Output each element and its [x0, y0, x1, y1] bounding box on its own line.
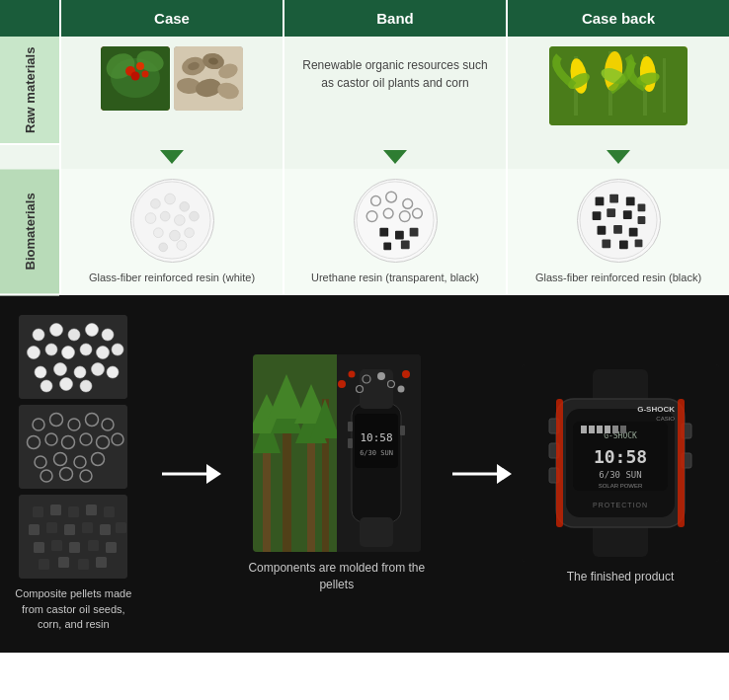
- svg-text:6/30 SUN: 6/30 SUN: [360, 449, 393, 457]
- arrow-separator-row: [0, 145, 729, 169]
- arrow-down-case: [160, 150, 184, 164]
- biomaterials-row: Biomaterials: [0, 169, 729, 295]
- svg-point-87: [60, 378, 73, 391]
- svg-point-70: [33, 329, 44, 341]
- svg-rect-173: [597, 426, 603, 433]
- svg-rect-128: [96, 557, 107, 568]
- svg-text:10:58: 10:58: [594, 446, 647, 467]
- svg-rect-111: [68, 506, 79, 517]
- svg-rect-67: [618, 241, 627, 250]
- svg-rect-50: [395, 231, 404, 240]
- svg-rect-153: [400, 426, 405, 435]
- bottom-section: Composite pellets made from castor oil s…: [0, 295, 729, 652]
- svg-point-32: [145, 213, 156, 224]
- svg-rect-64: [613, 225, 622, 234]
- biomaterials-label: Biomaterials: [0, 169, 59, 295]
- svg-point-33: [160, 211, 170, 221]
- svg-point-36: [153, 228, 163, 238]
- urethane-resin-circle: [354, 179, 438, 263]
- svg-rect-110: [50, 505, 61, 515]
- svg-rect-185: [556, 399, 563, 527]
- svg-rect-65: [628, 228, 637, 237]
- raw-case-cell: [59, 37, 283, 145]
- svg-point-76: [45, 344, 57, 355]
- svg-point-7: [142, 71, 149, 78]
- raw-band-cell: Renewable organic resources such as cast…: [283, 37, 506, 145]
- arrow-right-2: [452, 459, 512, 489]
- black-resin-circle: [577, 179, 661, 263]
- svg-rect-186: [678, 399, 685, 527]
- svg-point-35: [189, 211, 199, 221]
- raw-case-images: [101, 46, 243, 111]
- svg-rect-124: [106, 542, 117, 553]
- arrow-spacer: [0, 145, 59, 169]
- svg-point-71: [50, 324, 63, 337]
- svg-point-158: [377, 372, 385, 380]
- pellet-box-white: [19, 315, 127, 399]
- header-spacer: [0, 0, 59, 37]
- svg-point-85: [107, 366, 119, 378]
- svg-rect-175: [612, 426, 618, 433]
- bio-case-cell: Glass-fiber reinforced resin (white): [59, 169, 283, 295]
- svg-text:CASIO: CASIO: [656, 416, 675, 422]
- svg-rect-59: [592, 211, 601, 220]
- arrow-down-band: [383, 150, 407, 164]
- arrow-case: [59, 145, 283, 169]
- svg-rect-60: [607, 208, 615, 217]
- svg-rect-118: [100, 524, 111, 535]
- svg-point-38: [184, 228, 194, 238]
- svg-rect-122: [69, 542, 80, 553]
- svg-text:PROTECTION: PROTECTION: [593, 502, 648, 508]
- svg-rect-115: [46, 522, 57, 533]
- svg-rect-66: [602, 240, 610, 249]
- svg-point-75: [28, 347, 40, 359]
- middle-caption: Components are molded from the pellets: [231, 560, 443, 593]
- header-case: Case: [59, 0, 283, 37]
- svg-point-34: [174, 215, 185, 226]
- svg-text:G-SHOCK: G-SHOCK: [637, 405, 675, 414]
- svg-point-160: [402, 370, 410, 378]
- svg-point-6: [131, 72, 140, 81]
- svg-rect-55: [595, 197, 604, 206]
- svg-point-155: [348, 371, 355, 378]
- svg-rect-119: [116, 522, 126, 533]
- svg-point-72: [68, 329, 80, 341]
- arrow-band: [283, 145, 506, 169]
- svg-point-37: [169, 230, 180, 241]
- svg-rect-51: [409, 228, 418, 237]
- bio-band-label: Urethane resin (transparent, black): [311, 271, 479, 285]
- svg-rect-126: [58, 557, 69, 568]
- svg-rect-58: [637, 203, 645, 211]
- svg-marker-130: [206, 464, 221, 484]
- arrow-caseback: [506, 145, 729, 169]
- corn-image: [549, 46, 688, 125]
- svg-rect-151: [348, 422, 353, 431]
- svg-point-5: [136, 62, 144, 70]
- seeds-image: [174, 46, 243, 111]
- middle-column: 10:58 6/30 SUN Components: [231, 354, 443, 593]
- svg-point-74: [102, 329, 114, 341]
- svg-rect-53: [400, 241, 409, 250]
- svg-rect-112: [86, 505, 97, 515]
- svg-point-40: [176, 241, 186, 251]
- svg-rect-21: [663, 58, 666, 113]
- svg-point-82: [54, 363, 67, 376]
- svg-rect-171: [581, 426, 587, 433]
- svg-rect-62: [637, 216, 645, 224]
- svg-rect-61: [622, 210, 631, 219]
- svg-rect-176: [620, 426, 626, 433]
- svg-point-30: [164, 194, 175, 204]
- svg-point-78: [80, 344, 92, 355]
- svg-text:6/30 SUN: 6/30 SUN: [599, 470, 641, 480]
- svg-rect-57: [625, 197, 634, 206]
- raw-materials-label: Raw materials: [0, 37, 59, 145]
- svg-rect-121: [51, 540, 62, 551]
- finished-caption: The finished product: [567, 570, 675, 583]
- arrow-down-caseback: [607, 150, 630, 164]
- svg-point-31: [179, 201, 189, 211]
- svg-rect-116: [64, 524, 75, 535]
- bio-caseback-cell: Glass-fiber reinforced resin (black): [506, 169, 729, 295]
- svg-rect-117: [82, 522, 93, 533]
- raw-materials-row: Raw materials: [0, 37, 729, 145]
- castor-plant-image: [101, 46, 170, 111]
